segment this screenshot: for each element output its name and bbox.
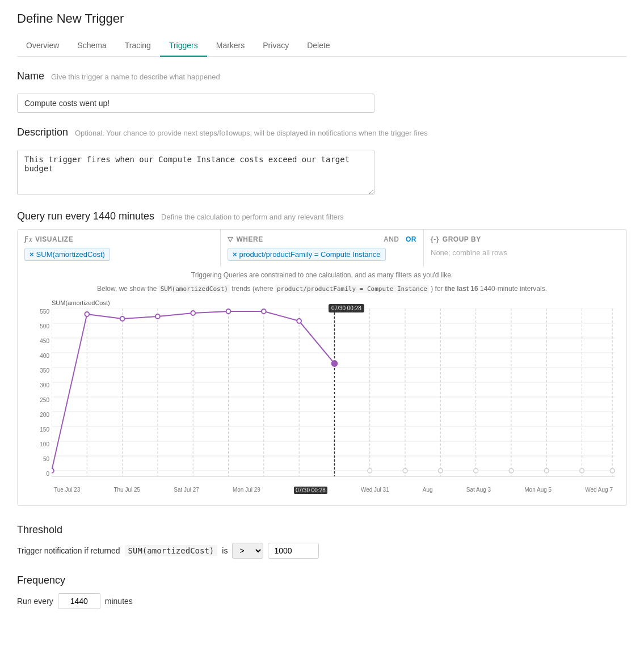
svg-point-45 [580, 468, 584, 473]
where-panel-label: WHERE [237, 235, 263, 243]
x-label-1: Thu Jul 25 [113, 487, 140, 494]
frequency-suffix: minutes [105, 597, 133, 606]
visualize-tag-value: SUM(amortizedCost) [36, 250, 105, 259]
tab-markers[interactable]: Markers [207, 35, 254, 57]
chart-svg [52, 309, 615, 484]
visualize-tag: × SUM(amortizedCost) [24, 248, 110, 261]
x-label-4: 07/30 00:28 [294, 487, 327, 494]
query-builder: ƒ𝑥 VISUALIZE × SUM(amortizedCost) ▽ WHER… [17, 229, 627, 506]
and-or-container: AND OR [384, 235, 416, 243]
chart-interval: 1440-minute intervals. [480, 285, 547, 293]
tab-tracing[interactable]: Tracing [116, 35, 160, 57]
where-tag-remove[interactable]: × [233, 250, 237, 259]
svg-point-38 [332, 361, 338, 366]
threshold-calc: SUM(amortizedCost) [125, 545, 218, 556]
description-hint-line1: Optional. Your chance to provide next st… [75, 129, 315, 137]
chart-desc-suffix: ) for [431, 285, 443, 293]
tab-bar: Overview Schema Tracing Triggers Markers… [17, 35, 627, 57]
svg-point-44 [544, 468, 549, 473]
tab-triggers[interactable]: Triggers [160, 35, 207, 57]
svg-point-33 [155, 314, 160, 319]
and-label: AND [384, 235, 399, 243]
svg-point-37 [297, 319, 301, 323]
svg-point-32 [120, 316, 125, 321]
visualize-panel: ƒ𝑥 VISUALIZE × SUM(amortizedCost) [18, 230, 221, 267]
query-hint: Define the calculation to perform and an… [161, 213, 344, 221]
svg-point-43 [509, 468, 513, 473]
threshold-value[interactable] [268, 543, 319, 559]
svg-point-42 [474, 468, 478, 473]
x-label-9: Wed Aug 7 [585, 487, 613, 494]
threshold-label: Threshold [17, 524, 627, 536]
threshold-operator[interactable]: > >= < <= = [232, 543, 263, 559]
svg-point-41 [438, 468, 443, 473]
svg-point-39 [368, 468, 372, 473]
description-section: Description Optional. Your chance to pro… [17, 126, 627, 197]
chart-calc: SUM(amortizedCost) [159, 285, 230, 293]
svg-point-31 [85, 312, 89, 316]
x-label-5: Wed Jul 31 [361, 487, 389, 494]
chart-bold: the last 16 [445, 285, 478, 293]
name-hint: Give this trigger a name to describe wha… [51, 73, 220, 81]
svg-point-30 [52, 468, 54, 473]
threshold-is: is [222, 546, 228, 555]
where-tag: × product/productFamily = Compute Instan… [228, 248, 386, 261]
name-input[interactable] [17, 94, 374, 113]
frequency-label: Frequency [17, 574, 627, 586]
description-label: Description [17, 126, 68, 138]
description-textarea[interactable]: This trigger fires when our Compute Inst… [17, 150, 374, 195]
name-section: Name Give this trigger a name to describ… [17, 70, 627, 113]
fx-icon: ƒ𝑥 [24, 235, 32, 243]
or-button[interactable]: OR [406, 235, 416, 243]
filter-icon: ▽ [228, 235, 233, 243]
chart-svg-container: 07/30 00:28 [52, 309, 615, 484]
query-section: Query run every 1440 minutes Define the … [17, 210, 627, 506]
group-icon: {-} [431, 235, 439, 243]
x-label-3: Mon Jul 29 [233, 487, 260, 494]
visualize-panel-label: VISUALIZE [35, 235, 73, 243]
chart-description: Below, we show the SUM(amortizedCost) tr… [18, 285, 626, 293]
x-label-2: Sat Jul 27 [174, 487, 199, 494]
tab-privacy[interactable]: Privacy [254, 35, 298, 57]
y-axis: 550 500 450 400 350 300 250 200 150 100 … [29, 309, 52, 484]
x-label-7: Sat Aug 3 [466, 487, 491, 494]
chart-filter: product/productFamily = Compute Instance [275, 285, 429, 293]
threshold-prefix: Trigger notification if returned [17, 546, 120, 555]
frequency-section: Frequency Run every minutes [17, 574, 627, 609]
name-label: Name [17, 70, 44, 82]
svg-point-35 [226, 309, 231, 314]
chart-desc-prefix: Below, we show the [97, 285, 157, 293]
svg-point-46 [610, 468, 614, 473]
tab-delete[interactable]: Delete [298, 35, 339, 57]
chart-container: SUM(amortizedCost) 550 500 450 400 350 3… [18, 295, 626, 505]
x-axis-labels: Tue Jul 23 Thu Jul 25 Sat Jul 27 Mon Jul… [52, 487, 615, 494]
x-label-6: Aug [423, 487, 433, 494]
x-label-0: Tue Jul 23 [54, 487, 80, 494]
tab-schema[interactable]: Schema [68, 35, 115, 57]
svg-point-40 [403, 468, 407, 473]
query-label: Query run every 1440 minutes [17, 210, 154, 222]
visualize-tag-remove[interactable]: × [30, 250, 34, 259]
svg-point-34 [191, 311, 195, 315]
svg-point-36 [262, 309, 266, 314]
threshold-section: Threshold Trigger notification if return… [17, 524, 627, 559]
x-label-8: Mon Aug 5 [524, 487, 552, 494]
chart-desc-mid: trends (where [231, 285, 273, 293]
constraint-text: Triggering Queries are constrained to on… [18, 267, 626, 280]
where-tag-value: product/productFamily = Compute Instance [239, 250, 381, 259]
page-title: Define New Trigger [17, 11, 627, 26]
description-hint-line2: notifications when the trigger fires [318, 129, 428, 137]
group-by-placeholder: None; combine all rows [431, 248, 507, 257]
tab-overview[interactable]: Overview [17, 35, 68, 57]
frequency-value[interactable] [58, 593, 100, 609]
where-panel: ▽ WHERE AND OR × product/productFamily =… [221, 230, 424, 267]
frequency-prefix: Run every [17, 597, 53, 606]
group-by-panel: {-} GROUP BY None; combine all rows [424, 230, 626, 267]
group-by-label: GROUP BY [443, 235, 481, 243]
active-point-label: 07/30 00:28 [329, 304, 364, 312]
